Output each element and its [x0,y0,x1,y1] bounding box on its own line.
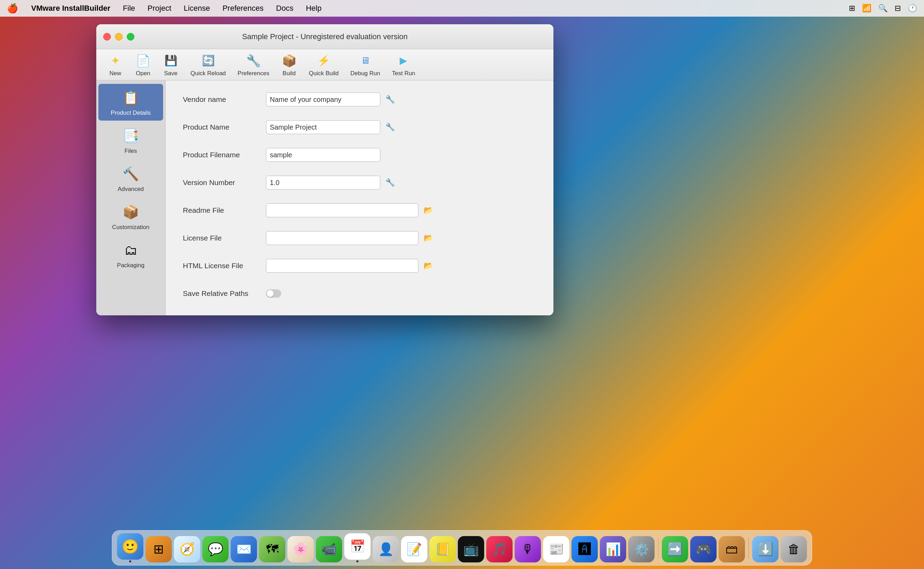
dock-item-photos[interactable]: 🌸 [287,536,314,563]
vendor-name-input[interactable] [266,93,380,106]
menu-license[interactable]: License [182,3,212,14]
sidebar: 📋 Product Details 📑 Files 🔨 Advanced 📦 C… [96,81,165,315]
podcasts-icon: 🎙 [514,536,541,563]
toolbar-quickbuild-button[interactable]: ⚡ Quick Build [305,50,343,79]
dock-item-news[interactable]: 📰 [543,536,569,563]
toolbar-testrun-button[interactable]: ▶ Test Run [388,50,419,79]
toolbar-preferences-button[interactable]: 🔧 Preferences [234,50,274,79]
readme-file-browse-button[interactable]: 📂 [422,204,434,217]
dock-item-maps[interactable]: 🗺 [259,536,285,563]
dock-divider-1 [658,537,658,558]
dock-item-launchpad[interactable]: ⊞ [146,536,172,563]
dock-item-vmware-ext[interactable]: ➡️ [662,536,688,563]
dock-item-podcasts[interactable]: 🎙 [514,536,541,563]
save-relative-paths-toggle-wrap [266,289,281,298]
preferences-icon: 🔧 [246,53,261,68]
dock-item-appstore[interactable]: 🅰 [572,536,598,563]
sidebar-item-packaging[interactable]: 🗂 Packaging [99,236,163,273]
toolbar-new-button[interactable]: ✦ New [103,50,127,79]
product-filename-input[interactable] [266,148,380,162]
menu-app[interactable]: VMware InstallBuilder [29,3,112,14]
menu-help[interactable]: Help [304,3,323,14]
dock-item-tv[interactable]: 📺 [458,536,484,563]
dock-item-cuda[interactable]: 🎮 [690,536,716,563]
sidebar-item-product-details[interactable]: 📋 Product Details [99,84,163,120]
menubar-right: ⊞ 📶 🔍 ⊟ 🕐 [849,4,917,13]
readme-file-input[interactable] [266,204,418,217]
sidebar-item-advanced[interactable]: 🔨 Advanced [99,160,163,197]
finder-dot [129,560,131,563]
html-license-file-browse-button[interactable]: 📂 [422,260,434,272]
preferences-label: Preferences [238,70,269,77]
customization-label: Customization [112,224,150,231]
license-file-label: License File [183,234,266,242]
menu-project[interactable]: Project [146,3,173,14]
apple-menu[interactable]: 🍎 [7,3,18,14]
screen-icon[interactable]: ⊞ [849,4,855,13]
readme-file-row: Readme File 📂 [183,202,536,219]
content-area: 📋 Product Details 📑 Files 🔨 Advanced 📦 C… [96,81,554,315]
dock-item-systemprefs[interactable]: ⚙️ [628,536,655,563]
dock-item-analytics[interactable]: 📊 [600,536,626,563]
license-file-browse-button[interactable]: 📂 [422,232,434,244]
appstore-icon: 🅰 [572,536,598,563]
product-name-input[interactable] [266,120,380,134]
toolbar-quickreload-button[interactable]: 🔄 Quick Reload [186,50,230,79]
dock-item-facetime[interactable]: 📹 [316,536,342,563]
traffic-lights [103,33,134,41]
maximize-button[interactable] [127,33,134,41]
toolbar-build-button[interactable]: 📦 Build [277,50,301,79]
quickreload-label: Quick Reload [191,70,226,77]
dock-item-notes[interactable]: 📒 [429,536,456,563]
close-button[interactable] [103,33,111,41]
dock-item-messages[interactable]: 💬 [202,536,229,563]
dock-item-trash[interactable]: 🗑 [781,536,807,563]
sidebar-item-customization[interactable]: 📦 Customization [99,198,163,235]
titlebar: Sample Project - Unregistered evaluation… [96,24,554,49]
search-icon[interactable]: 🔍 [878,4,888,13]
dock-item-finder[interactable]: 🙂 [117,533,143,563]
toggle-knob [267,290,274,297]
sidebar-item-files[interactable]: 📑 Files [99,122,163,159]
debugrun-icon: 🖥 [357,53,373,68]
save-relative-paths-label: Save Relative Paths [183,289,266,298]
new-label: New [109,70,121,77]
html-license-file-input[interactable] [266,259,418,273]
version-number-wrench-button[interactable]: 🔧 [384,176,396,189]
html-license-file-label: HTML License File [183,262,266,270]
menu-file[interactable]: File [121,3,137,14]
dock-item-mail[interactable]: ✉️ [231,536,257,563]
control-center-icon[interactable]: ⊟ [895,4,901,13]
license-file-row: License File 📂 [183,230,536,247]
menu-docs[interactable]: Docs [274,3,296,14]
product-name-row: Product Name 🔧 [183,119,536,136]
dock-item-downloads[interactable]: ⬇️ [752,536,778,563]
save-relative-paths-toggle[interactable] [266,289,281,298]
notes-icon: 📒 [429,536,456,563]
license-file-input[interactable] [266,231,418,245]
wifi-icon[interactable]: 📶 [862,4,871,13]
menu-preferences[interactable]: Preferences [220,3,266,14]
files-icon: 📑 [121,126,141,146]
launchpad-icon: ⊞ [146,536,172,563]
toolbar-debugrun-button[interactable]: 🖥 Debug Run [346,50,384,79]
vendor-name-wrench-button[interactable]: 🔧 [384,93,396,106]
version-number-input[interactable] [266,176,380,190]
minimize-button[interactable] [115,33,123,41]
dock-item-safari[interactable]: 🧭 [174,536,200,563]
dock-item-music[interactable]: 🎵 [486,536,513,563]
dock-item-archive[interactable]: 🗃 [719,536,745,563]
vendor-name-row: Vendor name 🔧 [183,91,536,108]
dock-item-contacts[interactable]: 👤 [373,536,399,563]
toolbar-save-button[interactable]: 💾 Save [159,50,183,79]
product-name-wrench-button[interactable]: 🔧 [384,121,396,134]
product-details-icon: 📋 [121,88,141,107]
dock-item-reminders[interactable]: 📝 [401,536,427,563]
vendor-name-input-wrap: 🔧 [266,93,396,106]
html-license-file-row: HTML License File 📂 [183,257,536,274]
toolbar-open-button[interactable]: 📄 Open [131,50,155,79]
systemprefs-icon: ⚙️ [628,536,655,563]
main-window: Sample Project - Unregistered evaluation… [96,24,554,315]
trash-icon: 🗑 [781,536,807,563]
dock-item-calendar[interactable]: 📅 [344,533,370,563]
